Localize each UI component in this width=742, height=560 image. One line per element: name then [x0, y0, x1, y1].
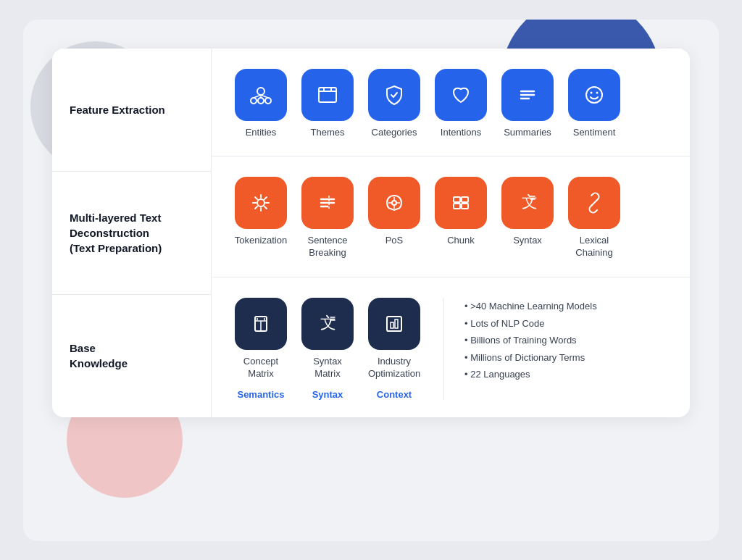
sidebar-item-multi-layered: Multi-layered TextDeconstruction(Text Pr…	[52, 172, 211, 295]
svg-point-14	[257, 199, 264, 206]
themes-label: Themes	[311, 127, 345, 139]
chunk-label: Chunk	[447, 235, 475, 247]
themes-item: Themes	[299, 69, 357, 139]
sentence-breaking-item: SentenceBreaking	[299, 177, 357, 259]
svg-point-13	[596, 91, 599, 93]
syntax-label: Syntax	[513, 235, 542, 247]
sidebar-label-base-knowledge: BaseKnowledge	[70, 340, 128, 371]
svg-point-1	[251, 98, 257, 104]
chunk-icon	[448, 190, 474, 216]
svg-rect-34	[454, 204, 460, 209]
svg-line-22	[255, 206, 257, 209]
bullet-4: Millions of Dictionary Terms	[464, 349, 670, 367]
themes-icon	[314, 82, 341, 108]
svg-line-20	[264, 206, 267, 209]
tokenization-label: Tokenization	[235, 235, 287, 247]
sentence-breaking-icon	[314, 190, 341, 216]
svg-line-21	[264, 197, 267, 199]
syntax-matrix-icon-box: 文	[301, 298, 354, 350]
summaries-item: Summaries	[499, 69, 556, 139]
sentiment-item: Sentiment	[565, 69, 623, 139]
industry-optimization-item: IndustryOptimization Context	[365, 298, 423, 400]
sentiment-icon-box	[568, 69, 620, 121]
feature-extraction-section: Entities Themes	[212, 49, 690, 157]
svg-line-39	[591, 200, 597, 206]
context-category: Context	[377, 389, 412, 400]
entities-item: Entities	[232, 69, 290, 139]
outer-container: Feature Extraction Multi-layered TextDec…	[23, 20, 719, 541]
content-area: Entities Themes	[212, 49, 690, 417]
base-knowledge-bullets: >40 Machine Learning Models Lots of NLP …	[464, 298, 670, 383]
sentiment-icon	[581, 82, 607, 108]
vertical-divider	[443, 298, 444, 400]
categories-icon-box	[368, 69, 420, 121]
sidebar-item-feature-extraction: Feature Extraction	[52, 49, 211, 172]
svg-rect-32	[454, 197, 460, 202]
chunk-icon-box	[435, 177, 487, 229]
syntax-category: Syntax	[312, 389, 343, 400]
industry-optimization-label: IndustryOptimization	[368, 356, 420, 380]
lexical-chaining-item: LexicalChaining	[565, 177, 623, 259]
feature-extraction-grid: Entities Themes	[232, 69, 670, 139]
sidebar-label-multi-layered: Multi-layered TextDeconstruction(Text Pr…	[70, 210, 162, 256]
syntax-icon-box: 文	[501, 177, 554, 229]
bullet-2: Lots of NLP Code	[464, 315, 670, 333]
pos-item: PoS	[365, 177, 423, 247]
industry-optimization-icon-box	[368, 298, 420, 350]
syntax-item: 文 Syntax	[499, 177, 556, 247]
svg-point-3	[258, 98, 264, 104]
text-preparation-grid: Tokenization SentenceBreaking	[232, 177, 670, 259]
concept-matrix-icon-box	[235, 298, 287, 350]
base-knowledge-content: ConceptMatrix Semantics 文	[232, 298, 670, 400]
chunk-item: Chunk	[432, 177, 490, 247]
lexical-chaining-label: LexicalChaining	[575, 235, 612, 259]
pos-label: PoS	[385, 235, 404, 247]
summaries-icon-box	[501, 69, 554, 121]
themes-icon-box	[301, 69, 354, 121]
sentence-breaking-label: SentenceBreaking	[308, 235, 348, 259]
svg-point-0	[257, 88, 264, 95]
svg-point-12	[591, 91, 593, 93]
industry-optimization-icon	[381, 311, 407, 337]
sidebar-label-feature-extraction: Feature Extraction	[70, 102, 165, 117]
semantics-category: Semantics	[237, 389, 284, 400]
pos-icon-box	[368, 177, 420, 229]
svg-rect-7	[319, 88, 336, 102]
entities-icon	[248, 82, 274, 108]
tokenization-item: Tokenization	[232, 177, 290, 247]
bullet-5: 22 Languages	[464, 366, 670, 383]
text-preparation-section: Tokenization SentenceBreaking	[212, 156, 690, 277]
entities-label: Entities	[246, 127, 277, 139]
sentiment-label: Sentiment	[573, 127, 616, 139]
svg-rect-50	[395, 319, 398, 328]
base-knowledge-section: ConceptMatrix Semantics 文	[212, 277, 690, 417]
tokenization-icon-box	[235, 177, 287, 229]
syntax-matrix-item: 文 SyntaxMatrix Syntax	[299, 298, 357, 400]
syntax-matrix-label: SyntaxMatrix	[313, 356, 342, 380]
sidebar: Feature Extraction Multi-layered TextDec…	[52, 49, 212, 417]
concept-matrix-item: ConceptMatrix Semantics	[232, 298, 290, 400]
bullet-list: >40 Machine Learning Models Lots of NLP …	[464, 298, 670, 383]
tokenization-icon	[248, 190, 274, 216]
sidebar-item-base-knowledge: BaseKnowledge	[52, 295, 211, 417]
svg-text:文: 文	[522, 193, 538, 211]
syntax-matrix-icon: 文	[314, 311, 341, 337]
svg-point-27	[392, 201, 396, 205]
intentions-label: Intentions	[441, 127, 481, 139]
lexical-chaining-icon-box	[568, 177, 620, 229]
concept-matrix-icon	[248, 311, 274, 337]
intentions-icon-box	[435, 69, 487, 121]
intentions-icon	[448, 82, 474, 108]
bullet-3: Billions of Training Words	[464, 332, 670, 349]
svg-rect-33	[462, 197, 468, 202]
entities-icon-box	[235, 69, 287, 121]
summaries-icon	[514, 82, 541, 108]
svg-text:文: 文	[320, 314, 336, 332]
concept-matrix-label: ConceptMatrix	[243, 356, 278, 380]
categories-icon	[381, 82, 407, 108]
svg-rect-48	[387, 317, 401, 331]
svg-point-2	[265, 98, 271, 104]
svg-rect-35	[462, 204, 468, 209]
syntax-icon: 文	[514, 190, 541, 216]
lexical-chaining-icon	[581, 190, 607, 216]
